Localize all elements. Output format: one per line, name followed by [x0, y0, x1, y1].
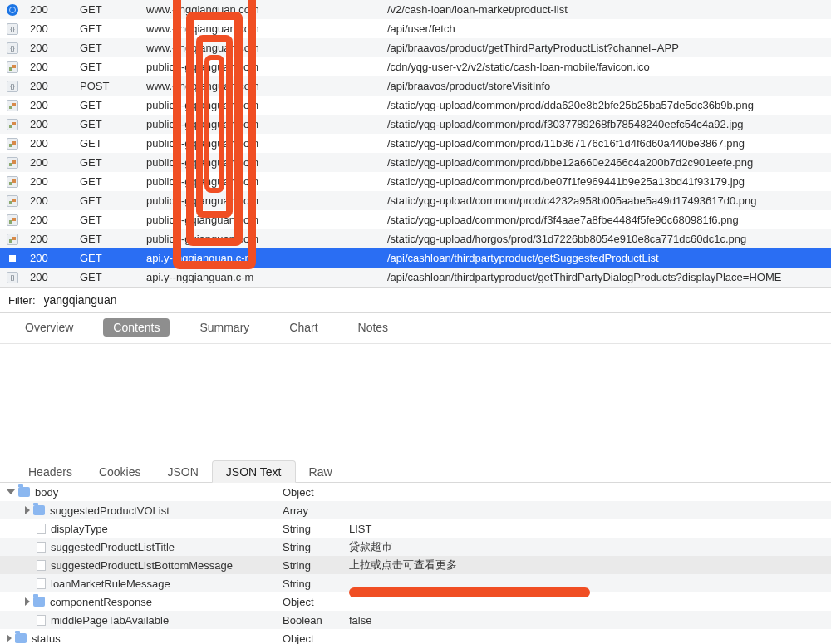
path-cell: /api/braavos/product/getThirdPartyProduc… [382, 38, 831, 57]
request-row[interactable]: 200GETpublic.--gqianguan.com/cdn/yqg-use… [0, 57, 831, 76]
tree-row[interactable]: suggestedProductVOListArray [0, 501, 831, 519]
tree-row[interactable]: bodyObject [0, 483, 831, 501]
request-row[interactable]: 200GETpublic.--gqianguan.com/static/yqg-… [0, 96, 831, 115]
tree-row[interactable]: displayTypeStringLIST [0, 519, 831, 538]
request-row[interactable]: 200GETwww.--ngqianguan.com/api/braavos/p… [0, 38, 831, 57]
tree-key: suggestedProductVOList [50, 504, 170, 517]
subtab-json[interactable]: JSON [155, 461, 212, 482]
file-icon [37, 560, 46, 571]
host-cell: public.--gqianguan.com [141, 191, 382, 210]
img-icon [7, 157, 18, 169]
status-cell: 200 [25, 57, 75, 76]
request-row[interactable]: 200GETwww.--ngqianguan.com/v2/cash-loan/… [0, 0, 831, 19]
request-row[interactable]: 200GETpublic.--gqianguan.com/static/yqg-… [0, 115, 831, 134]
tree-row[interactable]: suggestedProductListBottomMessageString上… [0, 556, 831, 574]
tree-type: Boolean [283, 614, 349, 627]
status-cell: 200 [25, 248, 75, 268]
file-icon [37, 524, 46, 534]
img-icon [7, 234, 18, 245]
host-cell: api.y--ngqianguan.c-m [141, 268, 382, 287]
request-row[interactable]: 200GETapi.y--ngqianguan.c-m/api/cashloan… [0, 268, 831, 287]
filter-input[interactable] [42, 293, 824, 307]
img-icon [7, 61, 18, 73]
host-cell: public.--gqianguan.com [141, 172, 382, 191]
method-cell: POST [75, 76, 141, 96]
status-cell: 200 [25, 0, 75, 19]
tree-row[interactable]: statusObject [0, 629, 831, 644]
tree-row[interactable]: componentResponseObject [0, 592, 831, 611]
request-row[interactable]: 200GETpublic.--gqianguan.com/static/yqg-… [0, 153, 831, 172]
path-cell: /static/yqg-upload/common/prod/f3f4aae7a… [382, 210, 831, 229]
request-row[interactable]: 200GETpublic.--gqianguan.com/static/yqg-… [0, 191, 831, 210]
request-row[interactable]: 200GETpublic.--gqianguan.com/static/yqg-… [0, 134, 831, 153]
tree-type: Object [283, 486, 349, 499]
tree-key: middlePageTabAvailable [51, 614, 169, 627]
status-cell: 200 [25, 115, 75, 134]
tree-key: status [32, 632, 61, 645]
json-tree[interactable]: bodyObjectsuggestedProductVOListArraydis… [0, 483, 831, 644]
img-icon [7, 138, 18, 150]
status-cell: 200 [25, 38, 75, 57]
status-cell: 200 [25, 96, 75, 115]
request-row[interactable]: 200POSTwww.--ngqianguan.com/api/braavos/… [0, 76, 831, 96]
path-cell: /api/cashloan/thirdpartyproduct/getThird… [382, 268, 831, 287]
status-cell: 200 [25, 210, 75, 229]
img-icon [7, 119, 18, 130]
tree-value: 贷款超市 [349, 539, 831, 554]
tree-type: String [283, 578, 349, 590]
tree-type: String [283, 559, 349, 572]
path-cell: /static/yqg-upload/common/prod/f30377892… [382, 115, 831, 134]
tab-chart[interactable]: Chart [279, 318, 327, 337]
tab-notes[interactable]: Notes [348, 318, 399, 337]
tree-row[interactable]: loanMarketRuleMessageString [0, 574, 831, 592]
tab-contents[interactable]: Contents [103, 318, 170, 337]
method-cell: GET [75, 210, 141, 229]
method-cell: GET [75, 191, 141, 210]
method-cell: GET [75, 248, 141, 268]
request-row[interactable]: 200GETwww.--ngqianguan.com/api/user/fetc… [0, 19, 831, 38]
path-cell: /api/braavos/product/storeVisitInfo [382, 76, 831, 96]
file-icon [37, 542, 46, 553]
curly-icon [7, 42, 18, 54]
tab-summary[interactable]: Summary [189, 318, 259, 337]
request-row[interactable]: 200GETapi.y--ngqianguan.c-m/api/cashloan… [0, 248, 831, 268]
request-row[interactable]: 200GETpublic.--gqianguan.com/static/yqg-… [0, 210, 831, 229]
disclosure-closed-icon[interactable] [7, 634, 12, 642]
path-cell: /static/yqg-upload/common/prod/11b367176… [382, 134, 831, 153]
path-cell: /api/cashloan/thirdpartyproduct/getSugge… [382, 248, 831, 268]
filter-label: Filter: [8, 294, 36, 307]
request-row[interactable]: 200GETpublic.--gqianguan.com/static/yqg-… [0, 172, 831, 191]
request-row[interactable]: 200GETpublic.--gqianguan.com/static/yqg-… [0, 229, 831, 248]
folder-icon [33, 505, 45, 515]
disclosure-closed-icon[interactable] [25, 597, 30, 606]
subtab-json-text[interactable]: JSON Text [212, 460, 296, 483]
folder-icon [15, 633, 27, 643]
path-cell: /static/yqg-upload/common/prod/dda620e8b… [382, 96, 831, 115]
host-cell: public.--gqianguan.com [141, 57, 382, 76]
globe-icon [7, 4, 18, 16]
tree-type: Object [283, 596, 349, 608]
host-cell: public.--gqianguan.com [141, 134, 382, 153]
filter-row: Filter: [0, 287, 831, 312]
status-cell: 200 [25, 19, 75, 38]
tree-key: suggestedProductListTitle [51, 541, 175, 553]
request-table[interactable]: 200GETwww.--ngqianguan.com/v2/cash-loan/… [0, 0, 831, 287]
tree-type: Object [283, 632, 349, 645]
subtab-headers[interactable]: Headers [15, 461, 86, 482]
host-cell: public.--gqianguan.com [141, 153, 382, 172]
tree-row[interactable]: middlePageTabAvailableBooleanfalse [0, 611, 831, 629]
disclosure-open-icon[interactable] [7, 489, 15, 494]
file-icon [37, 578, 46, 589]
disclosure-closed-icon[interactable] [25, 506, 30, 514]
tab-overview[interactable]: Overview [15, 318, 83, 337]
tree-type: Array [283, 504, 349, 517]
status-cell: 200 [25, 76, 75, 96]
tree-value: false [349, 614, 831, 627]
tree-row[interactable]: suggestedProductListTitleString贷款超市 [0, 538, 831, 556]
content-spacer [0, 343, 831, 460]
path-cell: /static/yqg-upload/horgos/prod/31d7226bb… [382, 229, 831, 248]
subtab-raw[interactable]: Raw [296, 461, 346, 482]
subtab-cookies[interactable]: Cookies [86, 461, 155, 482]
method-cell: GET [75, 153, 141, 172]
folder-icon [18, 487, 30, 497]
